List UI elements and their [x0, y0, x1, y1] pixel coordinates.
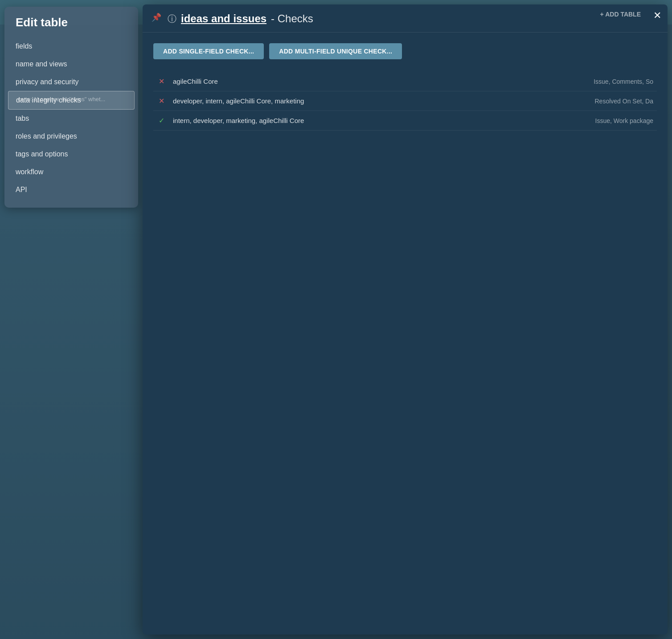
sidebar-title: Edit table: [4, 16, 138, 37]
modal-header: 📌 ⓘ ideas and issues - Checks + ADD TABL…: [143, 4, 668, 33]
check-invalid-icon: ✕: [157, 77, 166, 86]
check-fields: developer, intern, agileChilli Core, mar…: [173, 97, 587, 105]
sidebar-item-api[interactable]: API: [4, 181, 138, 199]
check-row[interactable]: ✕agileChilli CoreIssue, Comments, So: [153, 72, 657, 91]
checks-buttons-row: ADD SINGLE-FIELD CHECK... ADD MULTI-FIEL…: [153, 43, 657, 59]
sidebar-item-tabs[interactable]: tabs: [4, 110, 138, 127]
check-row[interactable]: ✕developer, intern, agileChilli Core, ma…: [153, 91, 657, 111]
sidebar-item-name-and-views[interactable]: name and views: [4, 55, 138, 73]
check-fields: intern, developer, marketing, agileChill…: [173, 117, 588, 124]
modal-body: ADD SINGLE-FIELD CHECK... ADD MULTI-FIEL…: [143, 33, 668, 635]
modal-title-area: ⓘ ideas and issues - Checks: [153, 12, 313, 25]
add-multi-field-check-button[interactable]: ADD MULTI-FIELD UNIQUE CHECK...: [269, 43, 402, 59]
edit-table-sidebar: Edit table fieldsname and viewsprivacy a…: [4, 7, 138, 208]
check-valid-icon: ✓: [157, 116, 166, 125]
add-table-hint[interactable]: + ADD TABLE: [600, 11, 641, 18]
sidebar-menu: fieldsname and viewsprivacy and security…: [4, 37, 138, 199]
check-type: Resolved On Set, Da: [594, 98, 653, 105]
pin-icon: 📌: [152, 12, 161, 22]
check-type: Issue, Comments, So: [594, 78, 653, 85]
check-invalid-icon: ✕: [157, 97, 166, 105]
table-name[interactable]: ideas and issues: [181, 12, 266, 25]
checks-modal: 📌 ⓘ ideas and issues - Checks + ADD TABL…: [143, 4, 668, 635]
add-single-field-check-button[interactable]: ADD SINGLE-FIELD CHECK...: [153, 43, 264, 59]
check-row[interactable]: ✓intern, developer, marketing, agileChil…: [153, 111, 657, 131]
sidebar-item-tags-and-options[interactable]: tags and options: [4, 145, 138, 163]
bg-hint-text: ce to: 1) capture all "items" whet...: [18, 96, 105, 102]
sidebar-item-privacy-and-security[interactable]: privacy and security: [4, 73, 138, 91]
check-fields: agileChilli Core: [173, 78, 586, 85]
sidebar-item-workflow[interactable]: workflow: [4, 163, 138, 181]
checks-list: ✕agileChilli CoreIssue, Comments, So✕dev…: [153, 72, 657, 131]
help-icon[interactable]: ⓘ: [168, 13, 176, 25]
sidebar-item-fields[interactable]: fields: [4, 37, 138, 55]
modal-close-button[interactable]: ✕: [653, 11, 661, 20]
sidebar-item-roles-and-privileges[interactable]: roles and privileges: [4, 127, 138, 145]
check-type: Issue, Work package: [595, 117, 653, 124]
modal-title-suffix: - Checks: [271, 12, 313, 25]
